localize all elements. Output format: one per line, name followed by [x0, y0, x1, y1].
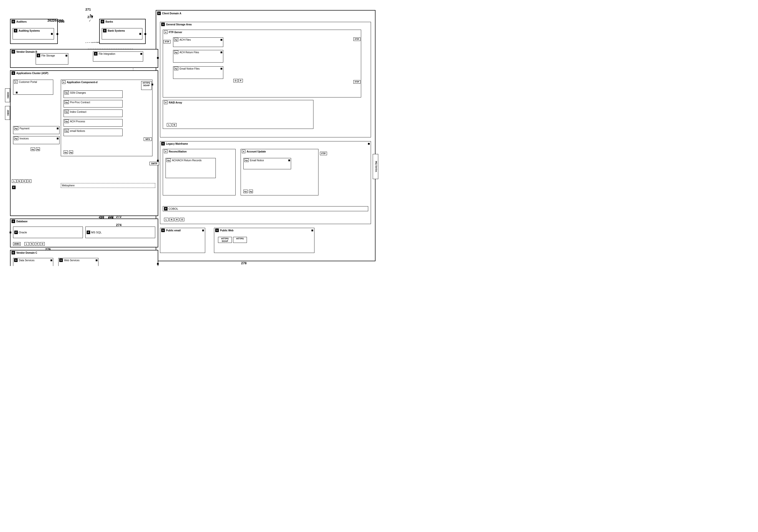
file-integration-label: File Integration [99, 53, 115, 55]
auditors-domain-box: D Auditors S Auditing Systems [10, 19, 58, 44]
ftp-label-right-top: FTP [353, 37, 361, 41]
pre-proc-ap-badge: Ap [65, 100, 69, 104]
public-web-header: S Public Web [214, 228, 314, 232]
ach-files-label: ACH Files [180, 38, 191, 41]
bank-conn-right [139, 33, 141, 35]
banks-label: Banks [106, 20, 113, 23]
diagram-container: 262 264 266 271 ↓ 268 470 272 274 276 27… [0, 0, 379, 266]
email-notices-label: email Notices [70, 129, 85, 132]
vendor-b-label: Vendor Domain B [16, 51, 37, 53]
nfs-label: NFS [144, 137, 152, 141]
public-email-s-badge: S [161, 229, 165, 232]
ftp-server-a-badge: A [164, 30, 167, 34]
auditing-systems-label: Auditing Systems [18, 29, 40, 32]
vendor-c-d-badge: D [12, 251, 15, 255]
index-ap-badge: Ap [65, 110, 69, 114]
ach-ach-return-row: Ap ACH/ACH Return Records [166, 158, 216, 162]
asp-l: L [12, 179, 16, 183]
banks-domain-box: D Banks S Bank Systems [99, 19, 146, 44]
num-264-pos: 264 [53, 18, 58, 22]
leg-h: H [175, 218, 179, 221]
payment-row: Ap Payment [13, 126, 59, 130]
oracle-box: P Oracle [13, 227, 83, 238]
ftp-server-label: FTP-Server [169, 31, 182, 34]
pre-proc-label: Pre-Proc Contract [70, 101, 90, 104]
ftp-server-box: A FTP-Server FTP Ap ACH Files FTP [163, 30, 361, 97]
vendor-c-items: S Data Services S Web Services [13, 258, 98, 266]
email-notice-update-row: Ap Email Notice [244, 158, 291, 162]
db-o: O [40, 242, 45, 246]
odbc-label: ODBC [5, 89, 10, 102]
ach-files-row: Ap ACH Files [173, 38, 223, 42]
auditing-systems-header: S Auditing Systems [13, 28, 54, 33]
customer-portal-row: A Customer Portal [13, 80, 53, 84]
num-262-pos: 262 [48, 18, 53, 22]
raid-header: H RAID Array [163, 100, 313, 105]
database-box: S Database P Oracle P MS SQL JDBC L N H … [10, 219, 158, 247]
invoices-conn [57, 138, 58, 139]
acc-ap1: Ap [243, 190, 248, 193]
websphere-area: Websphere [61, 183, 155, 188]
file-storage-row: S File Storage [36, 53, 68, 57]
num-278-pos: 278 [241, 261, 247, 265]
ach-return-label: ACH Return Files [180, 51, 199, 54]
email-notices-row: Ap email Notices [64, 129, 122, 133]
email-notice-files-conn [221, 68, 222, 70]
customer-portal-box: A Customer Portal [13, 80, 53, 95]
legacy-mainframe-header: S Legacy Mainframe [160, 141, 371, 146]
num-271-container: 271 ↘ [86, 8, 91, 11]
asp-o: O [27, 179, 31, 183]
account-update-box: A Account Update Ap Email Notice Ap Ap F… [241, 149, 319, 195]
asp-ap2: Ap [36, 147, 40, 151]
ach-files-box: Ap ACH Files [173, 37, 223, 47]
ach-files-ap-badge: Ap [174, 38, 178, 42]
public-web-box: S Public Web HTTPSSOAP HTTPS [214, 228, 314, 253]
file-integration-row: S File Integration [93, 52, 143, 56]
ach-ach-return-label: ACH/ACH Return Records [172, 159, 202, 162]
raid-n: N [172, 123, 177, 126]
bank-systems-label: Bank Systems [108, 29, 125, 32]
invoices-row: Ap Invoices [13, 136, 59, 140]
general-storage-box: S General Storage Area A FTP-Server FTP … [160, 22, 371, 137]
db-lnho-row: L N H O [24, 242, 45, 246]
auditors-conn-right [56, 33, 58, 35]
data-services-s-badge: S [14, 259, 17, 262]
pre-proc-row: Ap Pre-Proc Contract [64, 100, 122, 104]
pw-https: HTTPS [233, 237, 247, 243]
mq-series-label: MQ Series [373, 154, 378, 179]
reconciliation-a-badge: A [164, 150, 167, 153]
asp-n: N [17, 179, 21, 183]
ms-sql-p-badge: P [86, 231, 90, 234]
payment-conn [57, 127, 58, 129]
legacy-mainframe-box: S Legacy Mainframe A Reconcilliation Ap … [160, 141, 371, 224]
general-storage-header: S General Storage Area [160, 22, 371, 27]
ftp-label-left: FTP [163, 40, 171, 44]
asp-header: S Applications Cluster (ASP) [11, 71, 158, 75]
ach-process-ap-badge: Ap [65, 120, 69, 123]
asp-apap-row: Ap Ap [31, 147, 40, 151]
raid-legend: L N [167, 123, 177, 126]
reconciliation-label: Reconcilliation [169, 150, 187, 153]
smtp-conn [157, 160, 159, 161]
index-contract-row: Ap Index Contract [64, 110, 122, 114]
data-services-label: Data Services [19, 259, 34, 262]
legacy-s-badge: S [161, 142, 165, 145]
data-services-box: S Data Services [13, 258, 53, 266]
email-notice-files-row: Ap Email Notice Files [173, 67, 223, 71]
ach-process-box: Ap ACH Process [63, 119, 122, 126]
file-integration-conn [140, 53, 142, 55]
email-notice-files-ap-badge: Ap [174, 67, 178, 70]
ms-sql-label: MS SQL [91, 231, 102, 234]
invoices-box: Ap Invoices [13, 136, 59, 144]
bank-systems-box: S Bank Systems [102, 28, 142, 39]
auditing-systems-box: S Auditing Systems [13, 28, 54, 39]
oracle-label: Oracle [19, 231, 27, 234]
vendor-domain-c-box: D Vendor Domain C S Data Services S Web … [10, 250, 158, 266]
file-storage-conn [66, 55, 67, 56]
email-notice-files-box: Ap Email Notice Files [173, 66, 223, 79]
raid-label: RAID Array [169, 101, 182, 104]
data-services-conn [51, 260, 52, 261]
asp-p-row: P [12, 186, 16, 189]
email-notice-update-box: Ap Email Notice [243, 158, 291, 169]
vendor-c-label: Vendor Domain C [16, 251, 37, 254]
